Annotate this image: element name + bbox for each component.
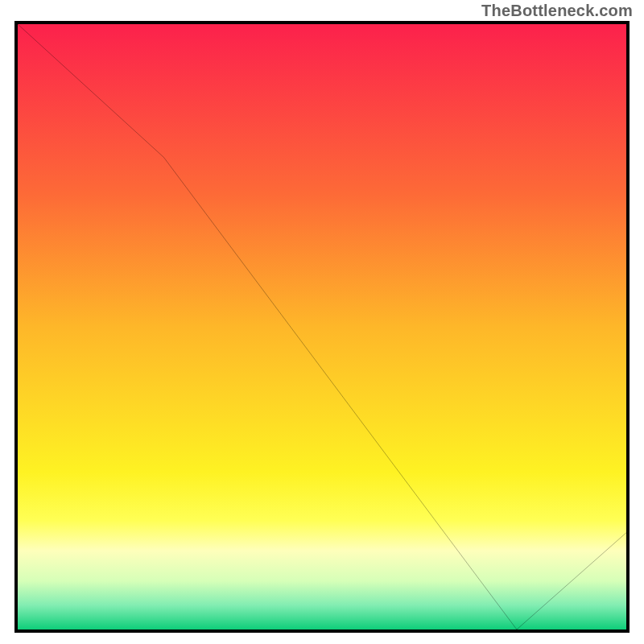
chart-plot-area: [14, 21, 630, 633]
chart-line-series: [18, 24, 626, 630]
attribution-text: TheBottleneck.com: [481, 2, 633, 20]
